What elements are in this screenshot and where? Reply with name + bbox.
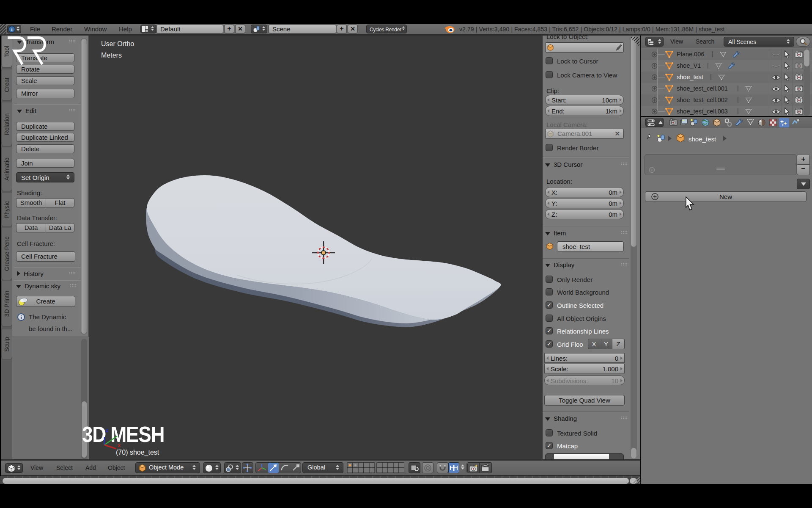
svg-text:z: z [106,427,109,433]
svg-text:x: x [118,442,121,448]
svg-text:i: i [20,314,22,320]
svg-text:i: i [11,27,12,32]
